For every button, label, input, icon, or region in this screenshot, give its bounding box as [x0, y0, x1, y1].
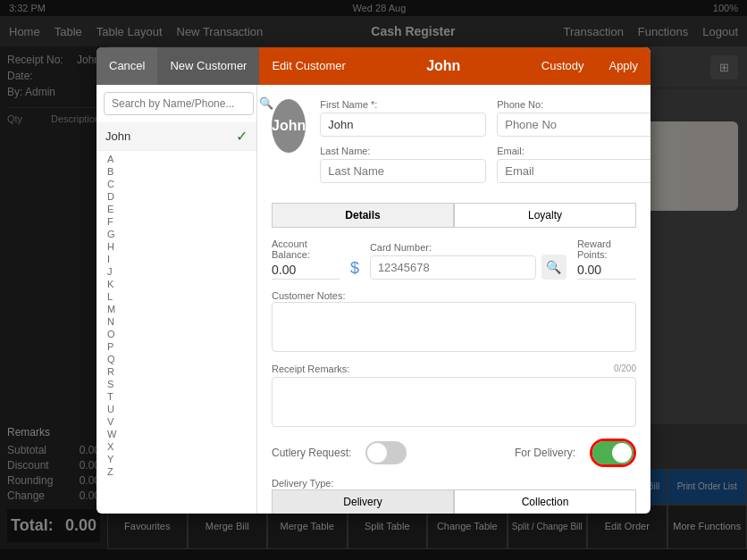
customer-john-check: ✓	[236, 128, 248, 145]
dollar-icon: $	[350, 259, 359, 278]
search-box: 🔍	[97, 85, 256, 122]
cutlery-delivery-row: Cutlery Request: For Delivery:	[272, 439, 636, 467]
collection-option-button[interactable]: Collection	[454, 489, 636, 514]
alpha-k[interactable]: K	[100, 278, 253, 290]
loyalty-tab[interactable]: Loyalty	[454, 203, 636, 228]
customer-notes-section: Customer Notes:	[272, 288, 636, 355]
account-balance-label: Account Balance:	[272, 238, 340, 260]
alpha-z[interactable]: Z	[100, 465, 253, 478]
modal-header: Cancel New Customer Edit Customer John C…	[97, 47, 650, 85]
delivery-type-buttons: Delivery Collection	[272, 489, 636, 514]
alpha-t[interactable]: T	[100, 390, 253, 403]
cutlery-toggle[interactable]	[365, 441, 407, 464]
alpha-o[interactable]: O	[100, 328, 253, 340]
alpha-l[interactable]: L	[100, 290, 253, 303]
alpha-q[interactable]: Q	[100, 353, 253, 365]
form-tabs: Details Loyalty	[272, 203, 636, 228]
delivery-type-section: Delivery Type: Delivery Collection	[272, 476, 636, 514]
phone-no-label: Phone No:	[497, 99, 650, 110]
customer-john-name: John	[105, 130, 130, 143]
custody-button[interactable]: Custody	[529, 54, 597, 78]
delivery-option-button[interactable]: Delivery	[272, 489, 454, 514]
receipt-remarks-label: Receipt Remarks:	[272, 364, 349, 374]
alpha-b[interactable]: B	[100, 165, 253, 178]
alpha-e[interactable]: E	[100, 203, 253, 215]
alpha-j[interactable]: J	[100, 265, 253, 278]
alpha-x[interactable]: X	[100, 440, 253, 453]
alpha-p[interactable]: P	[100, 340, 253, 353]
alphabet-scroll[interactable]: A B C D E F G H I J K L M N O P Q	[97, 151, 256, 514]
alpha-n[interactable]: N	[100, 315, 253, 328]
card-number-label: Card Number:	[370, 242, 536, 253]
apply-button[interactable]: Apply	[596, 54, 650, 78]
delivery-type-label: Delivery Type:	[272, 478, 334, 489]
customer-list-panel: 🔍 John ✓ A B C D E F G H I	[97, 85, 257, 514]
delivery-toggle-wrapper	[590, 439, 636, 467]
modal-title: John	[358, 58, 529, 74]
avatar-section: John First Name *: Phone No:	[272, 99, 636, 192]
phone-no-input[interactable]	[497, 113, 650, 137]
customer-search-input[interactable]	[104, 92, 254, 115]
email-input[interactable]	[497, 159, 650, 183]
alpha-u[interactable]: U	[100, 403, 253, 415]
first-name-label: First Name *:	[320, 99, 486, 110]
details-tab[interactable]: Details	[272, 203, 454, 228]
first-name-input[interactable]	[320, 113, 486, 137]
reward-points-label: Reward Points:	[577, 238, 636, 260]
last-name-label: Last Name:	[320, 146, 486, 156]
alpha-h[interactable]: H	[100, 240, 253, 253]
card-search-icon[interactable]: 🔍	[541, 255, 567, 280]
customer-modal: Cancel New Customer Edit Customer John C…	[97, 47, 650, 514]
alpha-i[interactable]: I	[100, 253, 253, 265]
delivery-toggle[interactable]	[592, 441, 634, 464]
email-label: Email:	[497, 146, 650, 156]
alpha-v[interactable]: V	[100, 415, 253, 428]
reward-points-value: 0.00	[577, 263, 636, 280]
new-customer-button[interactable]: New Customer	[157, 47, 259, 85]
alpha-c[interactable]: C	[100, 178, 253, 190]
modal-overlay: Cancel New Customer Edit Customer John C…	[0, 0, 747, 560]
account-balance-value: 0.00	[272, 263, 340, 280]
char-count: 0/200	[614, 364, 636, 377]
balance-row: Account Balance: 0.00 $ Card Number: 🔍 R…	[272, 238, 636, 280]
reward-points-group: Reward Points: 0.00	[577, 238, 636, 280]
alpha-y[interactable]: Y	[100, 453, 253, 465]
receipt-remarks-textarea[interactable]	[272, 377, 636, 427]
customer-john-item[interactable]: John ✓	[97, 122, 256, 151]
card-number-group: Card Number: 🔍	[370, 242, 567, 280]
alpha-d[interactable]: D	[100, 190, 253, 203]
for-delivery-label: For Delivery:	[515, 447, 575, 459]
customer-notes-textarea[interactable]	[272, 302, 636, 352]
alpha-g[interactable]: G	[100, 228, 253, 240]
delivery-toggle-thumb	[612, 443, 632, 463]
modal-cancel-button[interactable]: Cancel	[97, 47, 157, 85]
alpha-r[interactable]: R	[100, 365, 253, 378]
customer-notes-label: Customer Notes:	[272, 290, 346, 301]
edit-customer-button[interactable]: Edit Customer	[259, 47, 357, 85]
alpha-m[interactable]: M	[100, 303, 253, 315]
cutlery-toggle-thumb	[367, 443, 387, 463]
alpha-f[interactable]: F	[100, 215, 253, 228]
alpha-w[interactable]: W	[100, 428, 253, 440]
cutlery-label: Cutlery Request:	[272, 447, 351, 459]
alpha-a[interactable]: A	[100, 153, 253, 165]
alpha-s[interactable]: S	[100, 378, 253, 390]
modal-body: 🔍 John ✓ A B C D E F G H I	[97, 85, 650, 514]
receipt-remarks-section: Receipt Remarks: 0/200	[272, 364, 636, 430]
card-number-input[interactable]	[370, 255, 536, 280]
name-phone-section: First Name *: Phone No: Last Name:	[320, 99, 650, 192]
customer-avatar: John	[272, 99, 306, 153]
last-name-input[interactable]	[320, 159, 486, 183]
account-balance-group: Account Balance: 0.00	[272, 238, 340, 280]
customer-form-panel: John First Name *: Phone No:	[257, 85, 650, 514]
